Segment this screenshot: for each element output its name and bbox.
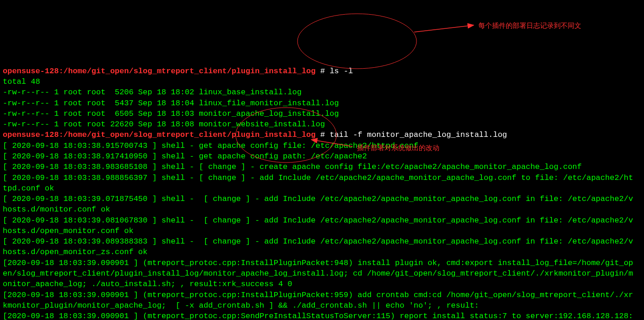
log-line: [ 2020-09-18 18:03:38.983685108 ] shell … — [3, 163, 582, 171]
log-line: [ 2020-09-18 18:03:39.081067830 ] shell … — [3, 216, 633, 235]
log-line: [ 2020-09-18 18:03:39.089388383 ] shell … — [3, 237, 633, 256]
ls-row: -rw-r--r-- 1 root root 6505 Sep 18 18:03… — [3, 109, 339, 118]
ls-total: total 48 — [3, 77, 40, 86]
shell-prompt-host: opensuse-128:/home/git_open/slog_mtrepor… — [3, 67, 316, 76]
command-tail: tail -f monitor_apache_log_install.log — [330, 130, 507, 139]
log-line: [2020-09-18 18:03:39.090901 ] (mtreport_… — [3, 312, 633, 320]
svg-line-2 — [414, 25, 474, 32]
annotation-log-files: 每个插件的部署日志记录到不同文 — [478, 21, 581, 31]
terminal-output[interactable]: opensuse-128:/home/git_open/slog_mtrepor… — [0, 53, 644, 320]
shell-prompt-host: opensuse-128:/home/git_open/slog_mtrepor… — [3, 130, 316, 139]
log-line: [ 2020-09-18 18:03:38.915700743 ] shell … — [3, 141, 418, 150]
ls-row: -rw-r--r-- 1 root root 5206 Sep 18 18:02… — [3, 88, 302, 97]
log-line: [2020-09-18 18:03:39.090901 ] (mtreport_… — [3, 291, 633, 310]
annotation-changes: 插件部署对系统做出的改动 — [357, 143, 439, 153]
log-line: [ 2020-09-18 18:03:39.071875450 ] shell … — [3, 195, 633, 214]
ls-row: -rw-r--r-- 1 root root 22620 Sep 18 18:0… — [3, 120, 325, 129]
log-line: [ 2020-09-18 18:03:38.917410950 ] shell … — [3, 152, 367, 161]
command-ls: ls -l — [330, 67, 353, 76]
log-line: [2020-09-18 18:03:39.090901 ] (mtreport_… — [3, 259, 633, 289]
ls-row: -rw-r--r-- 1 root root 5437 Sep 18 18:04… — [3, 99, 339, 108]
shell-prompt-hash: # — [316, 130, 330, 139]
log-line: [ 2020-09-18 18:03:38.988856397 ] shell … — [3, 174, 633, 193]
shell-prompt-hash: # — [316, 67, 330, 76]
